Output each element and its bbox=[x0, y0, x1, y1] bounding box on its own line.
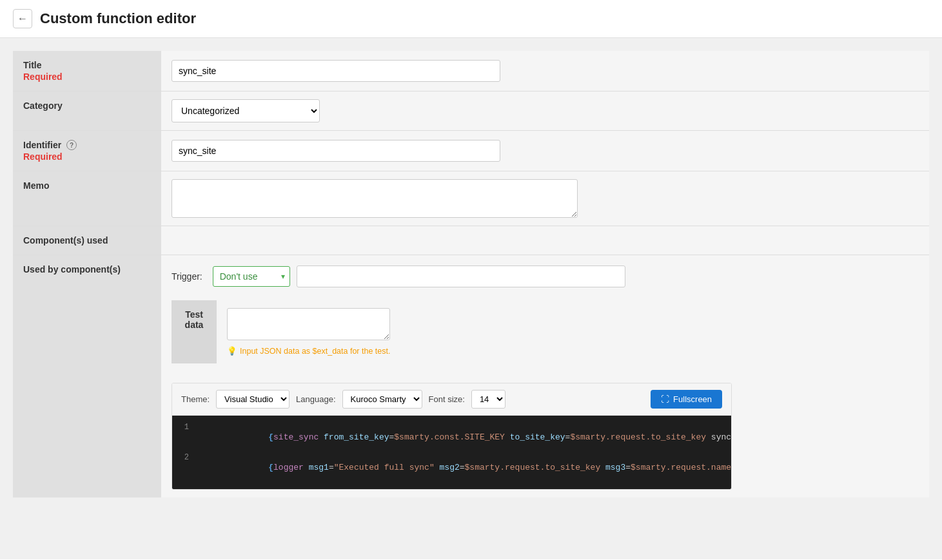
fontsize-select[interactable]: 14 12 16 18 bbox=[471, 390, 505, 409]
used-by-value-cell: Trigger: Don't use Before save After sav… bbox=[161, 255, 929, 497]
memo-row: Memo bbox=[13, 171, 929, 226]
trigger-select-wrapper: Don't use Before save After save ▾ bbox=[213, 266, 290, 287]
code-editor-section: Theme: Visual Studio Language: Kuroco Sm… bbox=[172, 383, 732, 490]
back-button[interactable]: ← bbox=[13, 9, 32, 28]
language-label: Language: bbox=[296, 394, 335, 404]
theme-label: Theme: bbox=[181, 394, 210, 404]
components-used-value-cell bbox=[161, 226, 929, 255]
memo-label: Memo bbox=[13, 171, 161, 226]
memo-value-cell bbox=[161, 171, 929, 226]
title-value-cell bbox=[161, 51, 929, 91]
page-title: Custom function editor bbox=[40, 10, 196, 27]
trigger-row: Trigger: Don't use Before save After sav… bbox=[172, 266, 625, 287]
language-select[interactable]: Kuroco Smarty bbox=[342, 390, 422, 409]
test-data-section: Test data 💡 Input JSON data as $ext_data… bbox=[172, 300, 400, 363]
identifier-help-icon[interactable]: ? bbox=[66, 140, 77, 150]
used-by-row: Used by component(s) Trigger: Don't use … bbox=[13, 255, 929, 497]
fullscreen-button[interactable]: ⛶ Fullscreen bbox=[651, 390, 722, 409]
memo-input[interactable] bbox=[172, 179, 578, 218]
header: ← Custom function editor bbox=[0, 0, 942, 38]
category-label: Category bbox=[13, 92, 161, 130]
fullscreen-icon: ⛶ bbox=[661, 394, 669, 404]
identifier-required: Required bbox=[23, 151, 151, 162]
identifier-value-cell bbox=[161, 131, 929, 171]
components-used-row: Component(s) used bbox=[13, 226, 929, 255]
main-content: Title Required Category Uncategorized Id… bbox=[0, 38, 942, 559]
title-required: Required bbox=[23, 72, 151, 82]
code-area: 1 {site_sync from_site_key=$smarty.const… bbox=[172, 416, 731, 489]
fontsize-label: Font size: bbox=[429, 394, 465, 404]
lightbulb-icon: 💡 bbox=[227, 346, 237, 356]
trigger-label: Trigger: bbox=[172, 271, 202, 282]
line-number-1: 1 bbox=[172, 423, 198, 432]
trigger-select[interactable]: Don't use Before save After save bbox=[213, 266, 290, 287]
code-line-1: 1 {site_sync from_site_key=$smarty.const… bbox=[172, 422, 731, 452]
code-line-2: 2 {logger msg1="Executed full sync" msg2… bbox=[172, 452, 731, 483]
identifier-label: Identifier ? Required bbox=[13, 131, 161, 171]
editor-toolbar: Theme: Visual Studio Language: Kuroco Sm… bbox=[172, 383, 731, 416]
test-data-label: Test data bbox=[172, 300, 217, 363]
category-select[interactable]: Uncategorized bbox=[172, 99, 320, 122]
line-number-2: 2 bbox=[172, 453, 198, 462]
theme-select[interactable]: Visual Studio bbox=[216, 390, 289, 409]
used-by-label: Used by component(s) bbox=[13, 255, 161, 497]
back-icon: ← bbox=[17, 13, 28, 24]
line-content-1[interactable]: {site_sync from_site_key=$smarty.const.S… bbox=[198, 423, 731, 452]
test-data-input[interactable] bbox=[227, 308, 390, 340]
trigger-value-input[interactable] bbox=[297, 266, 625, 287]
test-data-content: 💡 Input JSON data as $ext_data for the t… bbox=[217, 300, 400, 363]
identifier-input[interactable] bbox=[172, 140, 500, 162]
line-content-2[interactable]: {logger msg1="Executed full sync" msg2=$… bbox=[198, 453, 731, 482]
category-row: Category Uncategorized bbox=[13, 92, 929, 131]
title-input[interactable] bbox=[172, 60, 500, 82]
components-used-label: Component(s) used bbox=[13, 226, 161, 255]
test-hint: 💡 Input JSON data as $ext_data for the t… bbox=[227, 346, 390, 356]
title-label: Title Required bbox=[13, 51, 161, 91]
category-value-cell: Uncategorized bbox=[161, 92, 929, 130]
identifier-row: Identifier ? Required bbox=[13, 131, 929, 171]
title-row: Title Required bbox=[13, 51, 929, 92]
